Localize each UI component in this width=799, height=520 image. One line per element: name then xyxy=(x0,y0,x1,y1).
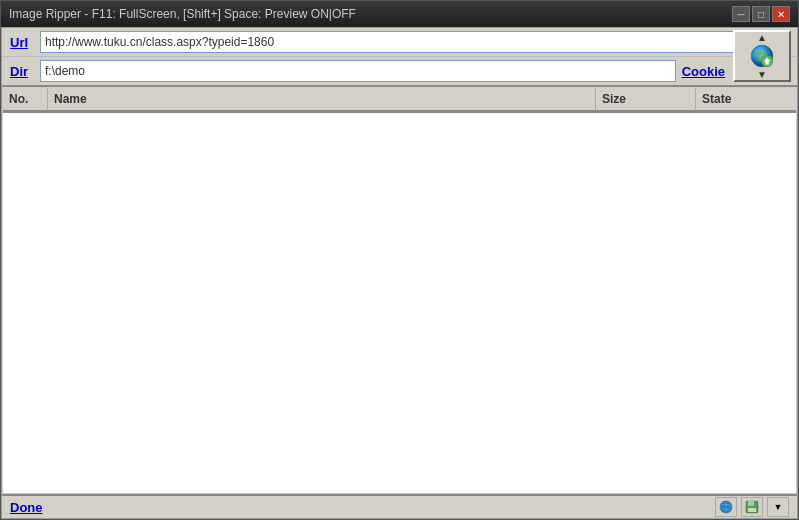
url-label[interactable]: Url xyxy=(10,35,34,50)
status-dropdown-button[interactable]: ▼ xyxy=(767,497,789,517)
col-name: Name xyxy=(48,88,596,111)
status-icons: ▼ xyxy=(715,497,789,517)
logo-area: ▲ xyxy=(733,30,791,82)
globe-icon xyxy=(741,44,783,68)
arrow-up-icon: ▲ xyxy=(757,32,767,43)
arrow-down-icon: ▼ xyxy=(757,69,767,80)
main-content: Url Sites ▲ xyxy=(1,27,798,519)
status-globe-icon xyxy=(718,499,734,515)
chevron-down-icon: ▼ xyxy=(774,502,783,512)
header-area: Url Sites ▲ xyxy=(2,28,797,87)
table-header: No. Name Size State xyxy=(3,88,796,113)
status-save-icon xyxy=(744,499,760,515)
cookie-link[interactable]: Cookie xyxy=(682,64,725,79)
url-row: Url Sites ▲ xyxy=(2,28,797,57)
title-bar-controls: ─ □ ✕ xyxy=(732,6,790,22)
status-globe-button[interactable] xyxy=(715,497,737,517)
minimize-button[interactable]: ─ xyxy=(732,6,750,22)
status-text: Done xyxy=(10,500,43,515)
close-button[interactable]: ✕ xyxy=(772,6,790,22)
dir-row: Dir Cookie xyxy=(2,57,797,85)
col-size: Size xyxy=(596,88,696,111)
title-bar: Image Ripper - F11: FullScreen, [Shift+]… xyxy=(1,1,798,27)
title-bar-text: Image Ripper - F11: FullScreen, [Shift+]… xyxy=(9,7,356,21)
svg-rect-14 xyxy=(748,508,756,512)
col-state: State xyxy=(696,88,796,111)
dir-label[interactable]: Dir xyxy=(10,64,34,79)
table-body xyxy=(3,113,796,413)
col-no: No. xyxy=(3,88,48,111)
maximize-button[interactable]: □ xyxy=(752,6,770,22)
app-window: Image Ripper - F11: FullScreen, [Shift+]… xyxy=(0,0,799,520)
svg-rect-13 xyxy=(748,501,754,506)
status-bar: Done ▼ xyxy=(2,494,797,518)
table-area[interactable]: No. Name Size State xyxy=(2,87,797,494)
dir-input[interactable] xyxy=(40,60,676,82)
url-input[interactable] xyxy=(40,31,752,53)
status-save-button[interactable] xyxy=(741,497,763,517)
